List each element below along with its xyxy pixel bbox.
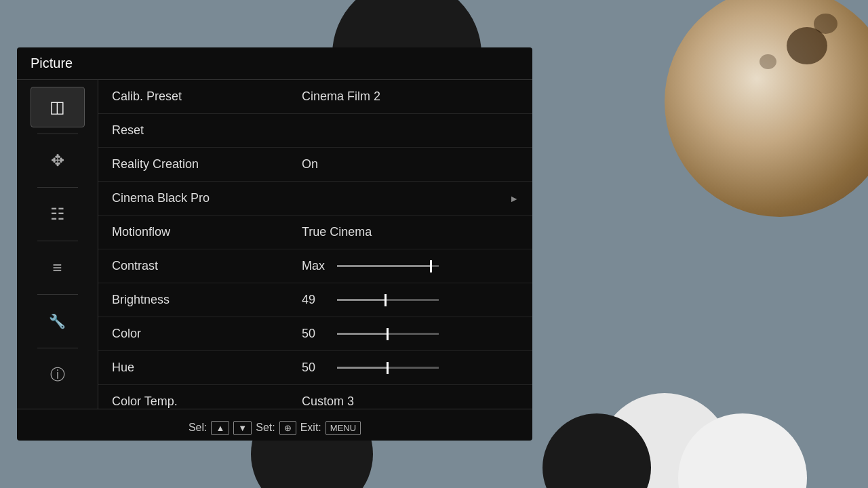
exit-label: Exit:: [300, 422, 321, 434]
menu-item-color-temp[interactable]: Color Temp. Custom 3: [98, 385, 532, 409]
sidebar-item-wrench[interactable]: 🔧: [31, 301, 85, 342]
tv-menu-panel: Picture ◫ ✥ ☷ ≡ 🔧: [17, 47, 532, 441]
menu-item-reset[interactable]: Reset: [98, 114, 532, 148]
set-label: Set:: [256, 422, 275, 434]
color-slider-fill: [337, 333, 388, 335]
brightness-value-container: 49: [302, 293, 519, 307]
brightness-slider-thumb: [384, 294, 387, 306]
menu-item-color[interactable]: Color 50: [98, 317, 532, 351]
sidebar-divider-5: [37, 348, 78, 348]
down-key: ▼: [233, 421, 252, 435]
calib-preset-label: Calib. Preset: [112, 89, 302, 104]
menu-item-hue[interactable]: Hue 50: [98, 351, 532, 385]
contrast-slider-fill: [337, 265, 432, 267]
hue-value-container: 50: [302, 361, 519, 375]
tools-icon: ☷: [50, 205, 65, 224]
wrench-icon: 🔧: [49, 313, 66, 329]
list-icon: ≡: [52, 258, 62, 277]
contrast-value: Max: [302, 259, 329, 273]
sidebar-item-screen-format[interactable]: ✥: [31, 140, 85, 181]
hue-slider-track: [337, 367, 439, 369]
sidebar-item-picture[interactable]: ◫: [31, 87, 85, 127]
brightness-slider-fill: [337, 299, 386, 301]
motionflow-value: True Cinema: [302, 225, 519, 239]
sidebar-divider-4: [37, 294, 78, 295]
calib-preset-value: Cinema Film 2: [302, 89, 519, 104]
sel-label: Sel:: [189, 422, 208, 434]
color-value-container: 50: [302, 327, 519, 341]
title-bar: Picture: [17, 47, 532, 80]
contrast-slider-track: [337, 265, 439, 267]
reset-label: Reset: [112, 123, 302, 138]
reality-creation-value: On: [302, 157, 519, 171]
up-key: ▲: [211, 421, 229, 435]
sidebar-item-list[interactable]: ≡: [31, 247, 85, 288]
color-slider-track: [337, 333, 439, 335]
menu-item-contrast[interactable]: Contrast Max: [98, 249, 532, 283]
brightness-value: 49: [302, 293, 329, 307]
color-value: 50: [302, 327, 329, 341]
sidebar-item-tools[interactable]: ☷: [31, 194, 85, 235]
decorative-moon: [665, 0, 868, 217]
menu-item-brightness[interactable]: Brightness 49: [98, 283, 532, 317]
reality-creation-label: Reality Creation: [112, 157, 302, 171]
sidebar-divider-2: [37, 187, 78, 188]
menu-item-cinema-black-pro[interactable]: Cinema Black Pro ►: [98, 182, 532, 216]
page-title: Picture: [31, 56, 519, 71]
info-icon: ⓘ: [50, 365, 65, 385]
screen-format-icon: ✥: [51, 151, 64, 170]
sidebar: ◫ ✥ ☷ ≡ 🔧 ⓘ: [17, 80, 98, 409]
set-key: ⊕: [279, 421, 296, 435]
content-area: ◫ ✥ ☷ ≡ 🔧 ⓘ: [17, 80, 532, 409]
brightness-slider-track: [337, 299, 439, 301]
color-slider-thumb: [387, 328, 389, 340]
color-temp-label: Color Temp.: [112, 394, 302, 409]
menu-key: MENU: [326, 421, 361, 435]
motionflow-label: Motionflow: [112, 225, 302, 239]
cinema-black-pro-arrow: ►: [509, 193, 519, 204]
picture-icon: ◫: [50, 98, 65, 117]
contrast-label: Contrast: [112, 259, 302, 273]
sidebar-divider-3: [37, 241, 78, 241]
hue-slider-fill: [337, 367, 388, 369]
sidebar-divider-1: [37, 134, 78, 134]
color-label: Color: [112, 327, 302, 341]
brightness-label: Brightness: [112, 293, 302, 307]
menu-item-motionflow[interactable]: Motionflow True Cinema: [98, 216, 532, 249]
hue-label: Hue: [112, 361, 302, 375]
menu-list: Calib. Preset Cinema Film 2 Reset Realit…: [98, 80, 532, 409]
footer: Sel: ▲ ▼ Set: ⊕ Exit: MENU: [17, 409, 532, 441]
sidebar-item-info[interactable]: ⓘ: [31, 354, 85, 395]
contrast-value-container: Max: [302, 259, 519, 273]
hue-slider-thumb: [387, 362, 389, 374]
menu-item-reality-creation[interactable]: Reality Creation On: [98, 148, 532, 182]
contrast-slider-thumb: [430, 260, 432, 272]
color-temp-value: Custom 3: [302, 394, 519, 409]
menu-item-calib-preset[interactable]: Calib. Preset Cinema Film 2: [98, 80, 532, 114]
hue-value: 50: [302, 361, 329, 375]
cinema-black-pro-label: Cinema Black Pro: [112, 191, 302, 205]
